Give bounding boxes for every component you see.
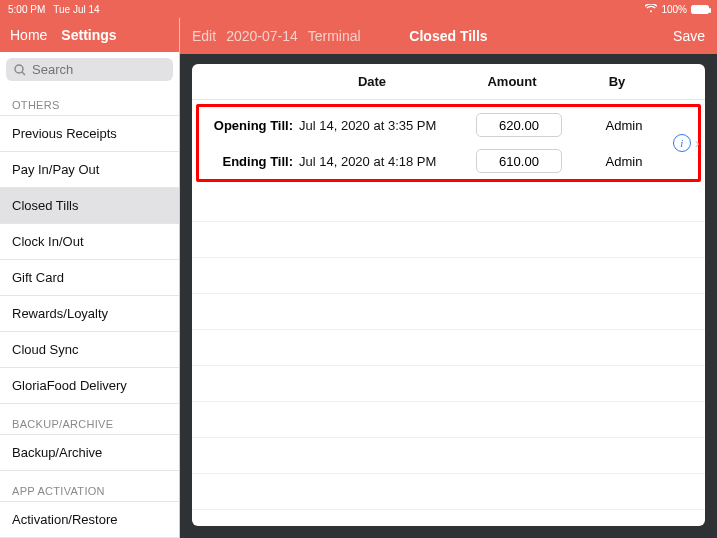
svg-line-1 <box>22 72 25 75</box>
section-header: OTHERS <box>0 85 179 116</box>
row-date: Jul 14, 2020 at 3:35 PM <box>299 118 459 133</box>
nav-settings[interactable]: Settings <box>61 27 116 43</box>
battery-icon <box>691 5 709 14</box>
breadcrumb-terminal[interactable]: Terminal <box>308 28 361 44</box>
save-button[interactable]: Save <box>673 28 705 44</box>
row-date: Jul 14, 2020 at 4:18 PM <box>299 154 459 169</box>
breadcrumb: Edit 2020-07-14 Terminal <box>192 28 361 44</box>
sidebar-item-previous-receipts[interactable]: Previous Receipts <box>0 116 179 152</box>
sidebar-item-gift-card[interactable]: Gift Card <box>0 260 179 296</box>
table-row: Ending Till: Jul 14, 2020 at 4:18 PM Adm… <box>199 143 698 179</box>
amount-input[interactable] <box>476 113 562 137</box>
sidebar-item-backup-archive[interactable]: Backup/Archive <box>0 435 179 471</box>
highlight-box: Opening Till: Jul 14, 2020 at 3:35 PM Ad… <box>196 104 701 182</box>
sidebar-header: Home Settings <box>0 18 179 52</box>
sidebar-item-activation-restore[interactable]: Activation/Restore <box>0 502 179 538</box>
table-header: Date Amount By <box>192 64 705 100</box>
amount-input[interactable] <box>476 149 562 173</box>
info-icon[interactable]: i <box>673 134 691 152</box>
sidebar-item-gloriafood[interactable]: GloriaFood Delivery <box>0 368 179 404</box>
row-label: Ending Till: <box>199 154 299 169</box>
svg-point-0 <box>15 65 23 73</box>
search-input[interactable] <box>32 62 165 77</box>
search-icon <box>14 64 26 76</box>
row-by: Admin <box>579 118 669 133</box>
sidebar-item-closed-tills[interactable]: Closed Tills <box>0 188 179 224</box>
battery-percent: 100% <box>661 4 687 15</box>
search-field[interactable] <box>6 58 173 81</box>
status-date: Tue Jul 14 <box>53 4 99 15</box>
col-date: Date <box>292 74 452 89</box>
status-bar: 5:00 PM Tue Jul 14 100% <box>0 0 717 18</box>
wifi-icon <box>645 4 657 15</box>
row-by: Admin <box>579 154 669 169</box>
row-label: Opening Till: <box>199 118 299 133</box>
content-panel: Date Amount By Opening Till: Jul 14, 202… <box>192 64 705 526</box>
breadcrumb-date[interactable]: 2020-07-14 <box>226 28 298 44</box>
section-header: APP ACTIVATION <box>0 471 179 502</box>
main-header: Edit 2020-07-14 Terminal Closed Tills Sa… <box>180 18 717 54</box>
sidebar-item-rewards-loyalty[interactable]: Rewards/Loyalty <box>0 296 179 332</box>
chevron-right-icon[interactable]: › <box>695 135 700 151</box>
status-time: 5:00 PM <box>8 4 45 15</box>
nav-home[interactable]: Home <box>10 27 47 43</box>
section-header: BACKUP/ARCHIVE <box>0 404 179 435</box>
empty-rows <box>192 186 705 510</box>
sidebar: Home Settings OTHERS Previous Receipts P… <box>0 18 180 538</box>
table-row: Opening Till: Jul 14, 2020 at 3:35 PM Ad… <box>199 107 698 143</box>
sidebar-item-cloud-sync[interactable]: Cloud Sync <box>0 332 179 368</box>
breadcrumb-edit[interactable]: Edit <box>192 28 216 44</box>
col-by: By <box>572 74 662 89</box>
col-amount: Amount <box>452 74 572 89</box>
sidebar-item-pay-in-pay-out[interactable]: Pay In/Pay Out <box>0 152 179 188</box>
sidebar-item-clock-in-out[interactable]: Clock In/Out <box>0 224 179 260</box>
